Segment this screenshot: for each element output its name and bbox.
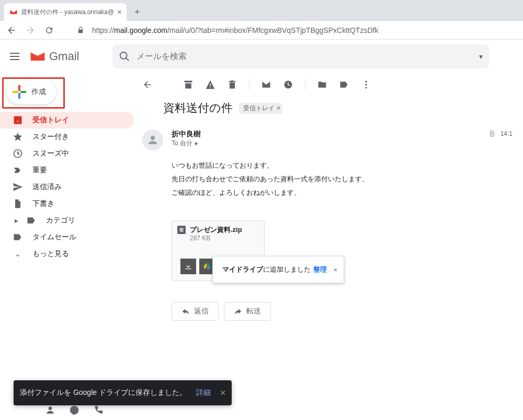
hangouts-icon[interactable] xyxy=(69,405,79,417)
sender-avatar xyxy=(142,130,163,150)
spam-button[interactable] xyxy=(205,79,215,90)
reply-label: 返信 xyxy=(194,307,209,316)
toast-details-button[interactable]: 詳細 xyxy=(196,388,211,398)
mail-toolbar xyxy=(134,77,523,96)
hangouts-bar xyxy=(45,405,104,417)
phone-icon[interactable] xyxy=(93,405,104,417)
nav-inbox[interactable]: 受信トレイ xyxy=(0,112,134,129)
zip-icon xyxy=(177,226,186,234)
drive-saved-popup: マイドライブに追加しました 整理 × xyxy=(212,256,344,283)
nav-label: スヌーズ中 xyxy=(32,149,69,158)
download-button[interactable] xyxy=(180,259,196,274)
important-icon xyxy=(13,165,23,176)
nav-custom-1[interactable]: タイムセール xyxy=(0,229,134,246)
browser-tab-title: 資料送付の件 - yasawa.orinaka@ xyxy=(21,8,114,17)
sidebar: 作成 受信トレイ スター付き スヌーズ中 重要 送信済み xyxy=(0,73,134,420)
body-line: いつもお世話になっております。 xyxy=(172,159,523,172)
search-options-icon[interactable]: ▾ xyxy=(479,52,483,61)
browser-address-bar: https://mail.google.com/mail/u/0/?tab=rm… xyxy=(0,21,523,40)
chip-remove-icon[interactable]: × xyxy=(277,104,280,112)
label-chip[interactable]: 受信トレイ × xyxy=(239,103,282,114)
back-to-inbox-button[interactable] xyxy=(142,79,153,90)
toast-close-icon[interactable]: × xyxy=(220,388,226,399)
chip-label: 受信トレイ xyxy=(243,104,275,113)
mark-unread-button[interactable] xyxy=(261,79,271,90)
toast-message: 添付ファイルを Google ドライブに保存しました。 xyxy=(20,388,187,398)
label-icon xyxy=(13,232,23,242)
search-icon xyxy=(119,51,130,62)
nav-label: 受信トレイ xyxy=(32,115,69,125)
nav-drafts[interactable]: 下書き xyxy=(0,195,134,212)
caret-right-icon: ▸ xyxy=(13,216,20,225)
menu-button[interactable] xyxy=(8,50,21,63)
archive-button[interactable] xyxy=(183,79,194,90)
move-button[interactable] xyxy=(317,79,327,90)
nav-label: タイムセール xyxy=(32,232,76,242)
nav-label: 下書き xyxy=(32,199,54,208)
attachment-icon xyxy=(488,130,496,138)
nav-label: 重要 xyxy=(32,166,47,175)
snooze-button[interactable] xyxy=(283,79,293,90)
nav-important[interactable]: 重要 xyxy=(0,162,134,179)
forward-label: 転送 xyxy=(246,307,261,316)
mail-subject: 資料送付の件 xyxy=(163,100,233,116)
more-button[interactable] xyxy=(361,79,371,90)
attachment-name: プレゼン資料.zip xyxy=(190,225,242,235)
popup-bold: マイドライブ xyxy=(222,265,263,273)
browser-tab-strip: 資料送付の件 - yasawa.orinaka@ × + xyxy=(0,0,523,21)
toast: 添付ファイルを Google ドライブに保存しました。 詳細 × xyxy=(14,380,232,405)
mail-time: 14:1 xyxy=(501,130,513,137)
popup-rest: に追加しました xyxy=(263,265,311,273)
star-icon xyxy=(13,132,23,142)
recipient-line[interactable]: To 自分 ▾ xyxy=(172,139,488,148)
nav-label: 送信済み xyxy=(32,182,62,192)
mail-body: いつもお世話になっております。 先日の打ち合わせでご依頼のあった資料一式を添付い… xyxy=(134,150,523,200)
person-icon[interactable] xyxy=(45,405,55,417)
nav-label: もっと見る xyxy=(32,249,69,259)
svg-point-4 xyxy=(365,87,367,88)
sender-name: 折中良樹 xyxy=(172,130,488,139)
gmail-logo[interactable]: Gmail xyxy=(29,48,79,65)
inbox-icon xyxy=(13,115,23,125)
gmail-favicon xyxy=(9,8,18,16)
label-icon xyxy=(26,215,37,226)
labels-button[interactable] xyxy=(339,79,349,90)
body-line: 先日の打ち合わせでご依頼のあった資料一式を添付いたします。 xyxy=(172,172,523,186)
address-url[interactable]: https://mail.google.com/mail/u/0/?tab=rm… xyxy=(92,26,519,34)
lock-icon xyxy=(73,23,88,38)
search-bar[interactable]: ▾ xyxy=(112,44,489,68)
body-line: ご確認のほど、よろしくおねがいします。 xyxy=(172,186,523,200)
search-input[interactable] xyxy=(137,52,473,61)
nav-starred[interactable]: スター付き xyxy=(0,129,134,145)
nav-more[interactable]: ⌄ もっと見る xyxy=(0,246,134,262)
forward-button[interactable] xyxy=(23,23,38,38)
svg-point-6 xyxy=(49,406,52,410)
delete-button[interactable] xyxy=(227,79,237,90)
nav-sent[interactable]: 送信済み xyxy=(0,179,134,195)
compose-highlight xyxy=(2,77,65,109)
popup-organize-button[interactable]: 整理 xyxy=(313,265,327,274)
gmail-logo-text: Gmail xyxy=(49,50,79,63)
svg-point-3 xyxy=(365,84,367,85)
reply-button[interactable]: 返信 xyxy=(172,302,219,321)
close-tab-icon[interactable]: × xyxy=(117,8,121,16)
clock-icon xyxy=(13,148,23,159)
plus-icon xyxy=(13,85,26,99)
nav-label: カテゴリ xyxy=(46,216,75,225)
mail-view: 資料送付の件 受信トレイ × 折中良樹 To 自分 ▾ 14:1 xyxy=(134,73,523,420)
back-button[interactable] xyxy=(4,23,19,38)
svg-point-2 xyxy=(365,81,367,83)
chevron-down-icon: ⌄ xyxy=(13,249,23,259)
forward-button[interactable]: 転送 xyxy=(224,302,271,321)
chevron-down-icon: ▾ xyxy=(195,140,198,147)
sent-icon xyxy=(13,182,23,192)
popup-close-icon[interactable]: × xyxy=(333,266,337,274)
new-tab-button[interactable]: + xyxy=(130,5,144,19)
nav-categories[interactable]: ▸ カテゴリ xyxy=(0,212,134,229)
browser-tab[interactable]: 資料送付の件 - yasawa.orinaka@ × xyxy=(4,3,127,21)
nav-snoozed[interactable]: スヌーズ中 xyxy=(0,145,134,162)
nav-label: スター付き xyxy=(32,132,69,142)
draft-icon xyxy=(13,199,23,209)
svg-point-5 xyxy=(151,136,155,140)
reload-button[interactable] xyxy=(42,23,56,38)
